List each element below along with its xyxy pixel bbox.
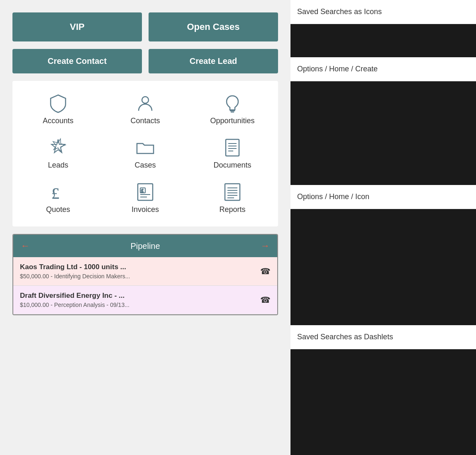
- svg-point-0: [142, 97, 149, 103]
- pipeline-prev-arrow[interactable]: ←: [21, 241, 30, 251]
- create-buttons-row: Create Contact Create Lead: [12, 49, 278, 73]
- open-cases-button[interactable]: Open Cases: [149, 12, 278, 41]
- options-home-create[interactable]: Options / Home / Create: [290, 57, 476, 81]
- pipeline-item-title-1: Kaos Trading Ltd - 1000 units ...: [20, 263, 255, 271]
- leads-label: Leads: [48, 161, 68, 170]
- accounts-label: Accounts: [43, 117, 73, 125]
- pipeline-container: ← Pipeline → Kaos Trading Ltd - 1000 uni…: [12, 234, 278, 315]
- reports-icon-cell[interactable]: Reports: [191, 178, 274, 218]
- person-icon: [135, 93, 155, 113]
- contacts-icon-cell[interactable]: Contacts: [104, 89, 187, 129]
- pipeline-item-content-2: Draft Diversified Energy Inc - ... $10,0…: [20, 292, 255, 308]
- contacts-label: Contacts: [130, 117, 160, 125]
- black-spacer-2: [290, 81, 476, 185]
- opportunities-icon-cell[interactable]: Opportunities: [191, 89, 274, 129]
- icon-grid: Accounts Contacts Opportunities: [12, 81, 278, 226]
- pipeline-item-sub-1: $50,000.00 - Identifying Decision Makers…: [20, 273, 255, 280]
- pipeline-item-2[interactable]: Draft Diversified Energy Inc - ... $10,0…: [13, 286, 277, 314]
- quotes-label: Quotes: [46, 205, 70, 214]
- leads-icon-cell[interactable]: Leads: [17, 134, 100, 174]
- opportunities-label: Opportunities: [210, 117, 254, 125]
- documents-icon-cell[interactable]: Documents: [191, 134, 274, 174]
- star-icon: [48, 138, 68, 158]
- saved-searches-as-dashlets[interactable]: Saved Searches as Dashlets: [290, 325, 476, 349]
- phone-icon-2[interactable]: ☎: [260, 295, 271, 305]
- document-icon: [222, 138, 242, 158]
- pipeline-item-title-2: Draft Diversified Energy Inc - ...: [20, 292, 255, 300]
- left-panel: VIP Open Cases Create Contact Create Lea…: [0, 0, 290, 455]
- shield-icon: [48, 93, 68, 113]
- accounts-icon-cell[interactable]: Accounts: [17, 89, 100, 129]
- create-contact-button[interactable]: Create Contact: [12, 49, 142, 73]
- svg-rect-3: [226, 139, 239, 156]
- black-spacer-3: [290, 209, 476, 325]
- create-lead-button[interactable]: Create Lead: [149, 49, 278, 73]
- options-home-icon[interactable]: Options / Home / Icon: [290, 185, 476, 209]
- quotes-icon-cell[interactable]: £ Quotes: [17, 178, 100, 218]
- vip-button[interactable]: VIP: [12, 12, 142, 41]
- invoices-label: Invoices: [132, 205, 159, 214]
- cases-label: Cases: [134, 161, 156, 170]
- folder-icon: [135, 138, 155, 158]
- invoice-icon: £: [135, 182, 155, 202]
- saved-searches-as-icons[interactable]: Saved Searches as Icons: [290, 0, 476, 24]
- pipeline-item-content-1: Kaos Trading Ltd - 1000 units ... $50,00…: [20, 263, 255, 280]
- quick-buttons-row: VIP Open Cases: [12, 12, 278, 41]
- svg-text:£: £: [141, 188, 144, 193]
- documents-label: Documents: [213, 161, 251, 170]
- pipeline-item[interactable]: Kaos Trading Ltd - 1000 units ... $50,00…: [13, 257, 277, 286]
- right-panel: Saved Searches as Icons Options / Home /…: [290, 0, 476, 455]
- bulb-icon: [222, 93, 242, 113]
- report-icon: [222, 182, 242, 202]
- black-spacer-1: [290, 24, 476, 57]
- phone-icon-1[interactable]: ☎: [260, 266, 271, 276]
- pipeline-title: Pipeline: [130, 241, 160, 251]
- black-spacer-4: [290, 349, 476, 455]
- pound-icon: £: [48, 182, 68, 202]
- reports-label: Reports: [219, 205, 245, 214]
- cases-icon-cell[interactable]: Cases: [104, 134, 187, 174]
- pipeline-next-arrow[interactable]: →: [261, 241, 270, 251]
- pipeline-header: ← Pipeline →: [13, 235, 277, 257]
- invoices-icon-cell[interactable]: £ Invoices: [104, 178, 187, 218]
- pipeline-item-sub-2: $10,000.00 - Perception Analysis - 09/13…: [20, 302, 255, 308]
- svg-text:£: £: [51, 185, 59, 202]
